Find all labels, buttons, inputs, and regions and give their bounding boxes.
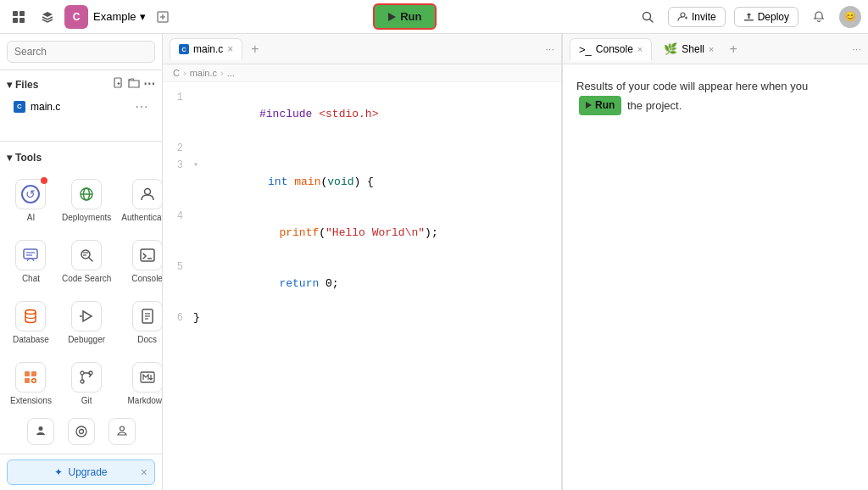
tools-grid: ↺ AI Deployments: [7, 172, 155, 413]
avatar[interactable]: 😊: [839, 6, 861, 28]
svg-rect-13: [114, 78, 121, 87]
deploy-button[interactable]: Deploy: [734, 7, 798, 27]
console-panel: >_ Console × 🌿 Shell × + ··· Results of …: [563, 34, 868, 490]
editor-breadcrumb: C › main.c › ...: [163, 64, 561, 82]
tool-chat[interactable]: Chat: [7, 233, 55, 291]
svg-point-47: [79, 430, 83, 434]
files-section-header[interactable]: ▾ Files: [0, 70, 162, 95]
tab-c-file-icon: C: [179, 44, 189, 54]
code-editor-content[interactable]: 1 #include <stdio.h> 2 3 ▾ int main(void…: [163, 82, 561, 490]
console-output-area: Results of your code will appear here wh…: [563, 64, 868, 490]
tools-chevron-icon: ▾: [7, 152, 12, 164]
markdown-icon: [132, 362, 163, 393]
more-tool-2[interactable]: [68, 418, 95, 445]
svg-rect-1: [19, 11, 25, 16]
tool-docs[interactable]: Docs: [118, 294, 163, 352]
tab-add-button[interactable]: +: [244, 38, 265, 60]
upgrade-close-icon[interactable]: ×: [141, 465, 147, 479]
svg-point-42: [81, 371, 84, 375]
tool-code-search[interactable]: Code Search: [58, 233, 114, 291]
tool-markdown[interactable]: Markdown: [118, 355, 163, 413]
project-logo: C: [64, 5, 88, 29]
svg-line-8: [649, 19, 653, 22]
code-search-icon: [71, 240, 102, 270]
svg-rect-45: [141, 372, 154, 382]
tool-database[interactable]: Database: [7, 294, 55, 352]
debugger-icon: [71, 301, 102, 331]
svg-point-46: [76, 426, 86, 437]
svg-point-19: [144, 189, 150, 195]
deployments-icon: [71, 179, 102, 209]
run-button[interactable]: Run: [373, 3, 437, 30]
tab-main-c[interactable]: C main.c ×: [170, 38, 242, 60]
ai-badge: [41, 177, 47, 184]
extensions-icon: [15, 362, 46, 393]
svg-point-9: [681, 13, 685, 17]
database-icon: [15, 301, 46, 331]
editor-more-icon[interactable]: ···: [545, 42, 554, 55]
bookmark-icon[interactable]: [151, 5, 175, 29]
svg-point-43: [81, 380, 84, 383]
editor-tab-bar: C main.c × + ···: [163, 34, 561, 64]
shell-tab-close-icon[interactable]: ×: [709, 44, 714, 54]
console-tab-close-icon[interactable]: ×: [637, 44, 643, 54]
tool-ai[interactable]: ↺ AI: [7, 172, 55, 230]
run-inline-button[interactable]: Run: [579, 96, 621, 115]
code-line-1: 1 #include <stdio.h>: [163, 89, 561, 140]
new-folder-icon[interactable]: [128, 77, 140, 92]
code-line-5: 5 return 0;: [163, 259, 561, 309]
bell-icon[interactable]: [807, 5, 831, 29]
svg-rect-38: [25, 378, 30, 383]
svg-rect-12: [744, 19, 754, 21]
c-file-icon: C: [14, 101, 25, 113]
tool-deployments[interactable]: Deployments: [58, 172, 114, 230]
tab-close-icon[interactable]: ×: [227, 43, 233, 55]
topbar-left: C Example ▾: [7, 5, 175, 29]
project-chevron: ▾: [140, 10, 146, 23]
svg-line-24: [89, 258, 92, 261]
invite-button[interactable]: Invite: [668, 7, 726, 27]
tool-git[interactable]: Git: [58, 355, 114, 413]
topbar: C Example ▾ Run: [0, 0, 868, 34]
more-tool-3[interactable]: [108, 418, 136, 445]
sidebar-search-area: [0, 34, 162, 70]
console-add-tab-icon[interactable]: +: [724, 38, 742, 60]
console-tool-icon: [132, 240, 163, 270]
tool-extensions[interactable]: Extensions: [7, 355, 55, 413]
git-icon: [71, 362, 102, 393]
tool-console[interactable]: Console: [118, 233, 163, 291]
new-file-icon[interactable]: [113, 77, 125, 92]
tools-section-header[interactable]: ▾ Tools: [7, 148, 155, 167]
files-more-icon[interactable]: ⋯: [143, 77, 155, 92]
grid-icon[interactable]: [7, 5, 31, 29]
console-more-icon[interactable]: ···: [852, 42, 861, 55]
auth-icon: [132, 179, 163, 209]
search-icon[interactable]: [636, 5, 659, 29]
project-name[interactable]: Example ▾: [93, 10, 146, 23]
tab-shell[interactable]: 🌿 Shell ×: [655, 38, 722, 59]
svg-rect-37: [31, 371, 36, 376]
file-item-menu-icon[interactable]: ⋯: [135, 98, 148, 114]
chat-icon: [15, 240, 46, 270]
layers-icon[interactable]: [36, 5, 59, 29]
svg-rect-36: [25, 371, 30, 376]
svg-rect-27: [141, 249, 154, 261]
file-item-main-c[interactable]: C main.c ⋯: [3, 95, 159, 118]
sidebar: ▾ Files: [0, 34, 163, 490]
shell-tab-icon: 🌿: [664, 42, 677, 55]
svg-rect-20: [24, 249, 37, 259]
tab-console[interactable]: >_ Console ×: [570, 38, 652, 61]
svg-marker-30: [83, 311, 92, 321]
code-line-4: 4 printf("Hello World\n");: [163, 208, 561, 259]
topbar-right: Invite Deploy 😊: [636, 5, 861, 29]
upgrade-icon: ✦: [54, 466, 63, 478]
tool-authentication[interactable]: Authenticati...: [118, 172, 163, 230]
ai-icon: ↺: [15, 179, 46, 209]
tool-debugger[interactable]: Debugger: [58, 294, 114, 352]
more-tool-1[interactable]: [27, 418, 54, 445]
code-line-2: 2: [163, 140, 561, 157]
files-section: ▾ Files: [0, 70, 162, 141]
search-input[interactable]: [7, 41, 155, 63]
run-triangle-icon: [388, 13, 396, 21]
upgrade-button[interactable]: ✦ Upgrade ×: [7, 459, 155, 485]
